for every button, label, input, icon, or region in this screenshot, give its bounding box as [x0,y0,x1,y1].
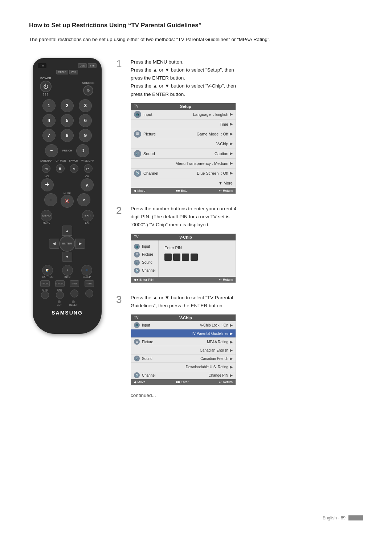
set-reset-row: SET RESET [38,300,97,306]
dvd-mode-btn[interactable]: DVD [78,63,87,68]
step-3-number: 3 [116,295,125,305]
screen-1-footer: ◆ Move ■■ Enter ↩ Return [131,188,236,194]
num-6-button[interactable]: 6 [79,114,92,127]
steps-container: 1 Press the MENU button. Press the ▲ or … [116,58,363,398]
ch-mgr-label: CH MGR [56,159,66,162]
step-1-content: Press the MENU button. Press the ▲ or ▼ … [131,58,363,194]
fav-ch-label: FAV.CH [69,159,78,162]
stop-button[interactable]: ⏹ [56,164,65,173]
s3-tvparental-icon [134,331,140,336]
stb-mode-btn[interactable]: STB [88,63,97,68]
mute-button[interactable]: 🔇 [61,195,74,208]
source-button[interactable]: ⊙ [83,85,93,96]
page-footer: English - 89 [323,515,363,520]
s3-channel-icon: 📡 [134,372,140,378]
screen-1-row-picture: 🖼 Picture Game Mode : Off ▶ [131,129,236,139]
caption-button[interactable]: 📝 [42,265,53,276]
s3-mpaa-arrow: ▶ [230,340,233,344]
gamemode-value: Game Mode : Off [197,132,228,136]
footer-move: ◆ Move [134,189,146,192]
footer-return: ↩ Return [219,189,233,192]
extra-btn-1[interactable] [70,289,78,297]
tv-mode-label[interactable]: TV [38,63,46,68]
ch-down-button[interactable]: ∨ [77,193,90,206]
screen-2-header-left: TV [134,235,139,239]
play-pause-button[interactable]: ⏯ [70,164,78,173]
num-3-button[interactable]: 3 [79,99,92,112]
vchip-value: V-Chip [216,142,228,146]
ch-up-button[interactable]: ∧ [81,178,94,191]
s3-download-icon [134,364,140,370]
enter-button[interactable]: ENTER [59,236,75,252]
info-button[interactable]: ℹ [62,265,73,276]
vol-down-button[interactable]: − [44,193,57,206]
sleep-label: SLEEP [81,276,92,278]
s3-download-row: Downloadable U.S. Rating ▶ [131,363,236,371]
num-7-button[interactable]: 7 [42,129,56,142]
cable-mode-btn[interactable]: CABLE [56,70,68,74]
screen-1-header-left: TV [134,104,139,109]
nav-down-button[interactable]: ▼ [62,252,72,262]
s2-picture-row: 🖼 Picture [133,251,156,259]
footer-bar [348,515,363,520]
num-1-button[interactable]: 1 [42,99,56,112]
s3-canfrench-value: Canadian French [200,357,228,361]
transparency-icon [134,160,141,167]
exit-button[interactable]: EXIT [82,210,94,222]
rew-button[interactable]: ⏮ [42,164,50,173]
s3-tvparental-row: TV Parental Guidelines ▶ [131,329,236,338]
transparency-value: Menu Transparency : Medium [175,161,228,166]
channel-icon: 📡 [134,170,141,177]
s3-vchiplock-value: V-Chip Lock : On [200,323,228,327]
channel-label: Channel [143,171,197,175]
num-8-button[interactable]: 8 [61,129,74,142]
num-4-button[interactable]: 4 [42,114,56,127]
dash-button[interactable]: − [45,144,58,157]
continued-text: continued... [131,393,363,398]
step-1-number: 1 [116,59,125,69]
s3-mpaa-row: 🖼 Picture MPAA Rating ▶ [131,338,236,346]
nav-right-button[interactable]: ▶ [75,239,85,249]
s3-changepin-row: 📡 Channel Change PIN ▶ [131,371,236,379]
pmode-row: P.MODE S.MODE STILL P.SIZE [38,280,97,287]
num-5-button[interactable]: 5 [61,114,74,127]
nav-up-button[interactable]: ▲ [62,226,72,236]
s3-changepin-arrow: ▶ [230,373,233,378]
set-label: SET [57,300,62,306]
s-mode-button[interactable]: S.MODE [55,280,65,287]
pre-ch-row: − PRE CH 0 [38,144,97,157]
more-icon [134,179,141,187]
vol-label: VOL [41,175,54,178]
menu-button[interactable]: MENU [41,210,52,222]
num-0-button[interactable]: 0 [76,144,89,157]
num-2-button[interactable]: 2 [61,99,74,112]
power-button[interactable]: ⏻ [40,81,52,92]
screen-2-header-title: V-Chip [179,235,192,239]
menu-exit-row: MENU MENU EXIT EXIT [38,210,97,224]
vcr-mode-btn[interactable]: VCR [69,70,78,74]
source-label: SOURCE [82,81,94,85]
vol-up-button[interactable]: + [41,178,54,191]
s2-input-icon: 📺 [134,244,140,250]
p-size-button[interactable]: P.SIZE [85,280,94,287]
still-button[interactable]: STILL [70,280,79,287]
p-mode-button[interactable]: P.MODE [40,280,50,287]
mts-label: MTS [41,288,49,291]
nav-left-button[interactable]: ◀ [49,239,59,249]
wise-link-label: WISE LINK [81,159,94,162]
sleep-button[interactable]: 💤 [81,265,92,276]
screen-1: TV Setup 📺 Input Language : English ▶ [131,103,236,194]
mts-button[interactable] [41,291,49,299]
s3-tvparental-arrow: ▶ [230,331,233,336]
remote-container: TV DVD STB CABLE VCR POWER ⏻ [29,58,105,334]
screen-1-row-transparency: Menu Transparency : Medium ▶ [131,159,236,169]
s3-canfrench-row: 🔊 Sound Canadian French ▶ [131,354,236,363]
srs-button[interactable] [56,291,64,299]
s2-sound-icon: 🔊 [134,260,140,266]
extra-btn-2[interactable] [85,289,93,297]
num-9-button[interactable]: 9 [79,129,92,142]
number-pad: 1 2 3 4 5 6 7 8 9 [38,99,97,142]
ff-button[interactable]: ⏭ [84,164,93,173]
s2-sound-row: 🔊 Sound [133,259,156,267]
sound-label: Sound [143,151,215,156]
